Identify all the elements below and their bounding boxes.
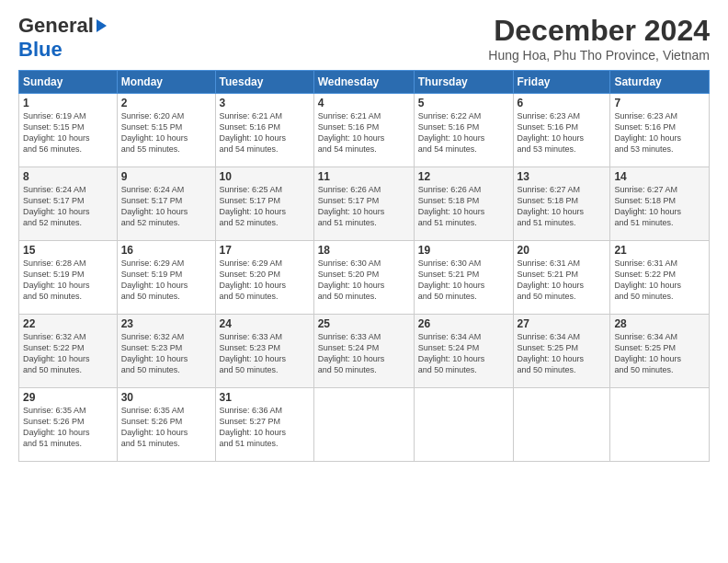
calendar-cell: 10Sunrise: 6:25 AM Sunset: 5:17 PM Dayli… [215, 167, 313, 241]
day-info: Sunrise: 6:32 AM Sunset: 5:23 PM Dayligh… [121, 331, 211, 376]
day-number: 21 [614, 244, 705, 257]
day-info: Sunrise: 6:30 AM Sunset: 5:20 PM Dayligh… [318, 258, 410, 303]
day-info: Sunrise: 6:26 AM Sunset: 5:18 PM Dayligh… [418, 184, 509, 229]
calendar-cell: 12Sunrise: 6:26 AM Sunset: 5:18 PM Dayli… [414, 167, 513, 241]
calendar-cell: 7Sunrise: 6:23 AM Sunset: 5:16 PM Daylig… [610, 94, 710, 167]
calendar-cell: 4Sunrise: 6:21 AM Sunset: 5:16 PM Daylig… [313, 94, 414, 167]
day-info: Sunrise: 6:32 AM Sunset: 5:22 PM Dayligh… [23, 331, 113, 376]
day-number: 28 [614, 317, 705, 330]
day-number: 25 [318, 317, 410, 330]
day-number: 22 [23, 317, 113, 330]
calendar-cell: 1Sunrise: 6:19 AM Sunset: 5:15 PM Daylig… [19, 94, 118, 167]
day-info: Sunrise: 6:24 AM Sunset: 5:17 PM Dayligh… [23, 184, 113, 229]
day-info: Sunrise: 6:29 AM Sunset: 5:19 PM Dayligh… [121, 258, 211, 303]
day-info: Sunrise: 6:36 AM Sunset: 5:27 PM Dayligh… [220, 405, 310, 450]
calendar-title: December 2024 [488, 14, 710, 48]
calendar-cell [313, 388, 414, 462]
day-number: 20 [518, 244, 607, 257]
page-container: General Blue December 2024 Hung Hoa, Phu… [0, 0, 728, 471]
day-info: Sunrise: 6:19 AM Sunset: 5:15 PM Dayligh… [23, 110, 113, 155]
calendar-cell: 28Sunrise: 6:34 AM Sunset: 5:25 PM Dayli… [610, 315, 710, 388]
calendar-cell: 31Sunrise: 6:36 AM Sunset: 5:27 PM Dayli… [215, 388, 313, 462]
logo-arrow-icon [97, 19, 107, 32]
calendar-cell: 16Sunrise: 6:29 AM Sunset: 5:19 PM Dayli… [117, 241, 215, 315]
day-info: Sunrise: 6:29 AM Sunset: 5:20 PM Dayligh… [220, 258, 310, 303]
calendar-cell: 27Sunrise: 6:34 AM Sunset: 5:25 PM Dayli… [513, 315, 610, 388]
day-number: 15 [23, 244, 113, 257]
day-info: Sunrise: 6:20 AM Sunset: 5:15 PM Dayligh… [121, 110, 211, 155]
day-info: Sunrise: 6:21 AM Sunset: 5:16 PM Dayligh… [220, 110, 310, 155]
calendar-cell: 29Sunrise: 6:35 AM Sunset: 5:26 PM Dayli… [19, 388, 118, 462]
day-number: 30 [121, 391, 211, 404]
calendar-cell: 3Sunrise: 6:21 AM Sunset: 5:16 PM Daylig… [215, 94, 313, 167]
day-info: Sunrise: 6:22 AM Sunset: 5:16 PM Dayligh… [418, 110, 509, 155]
col-friday: Friday [513, 71, 610, 94]
calendar-cell: 8Sunrise: 6:24 AM Sunset: 5:17 PM Daylig… [19, 167, 118, 241]
day-info: Sunrise: 6:25 AM Sunset: 5:17 PM Dayligh… [220, 184, 310, 229]
col-sunday: Sunday [19, 71, 118, 94]
day-number: 11 [318, 170, 410, 183]
day-number: 10 [220, 170, 310, 183]
logo-text-blue: Blue [18, 38, 63, 62]
day-number: 31 [220, 391, 310, 404]
day-number: 23 [121, 317, 211, 330]
day-info: Sunrise: 6:35 AM Sunset: 5:26 PM Dayligh… [23, 405, 113, 450]
calendar-cell: 18Sunrise: 6:30 AM Sunset: 5:20 PM Dayli… [313, 241, 414, 315]
calendar-cell: 19Sunrise: 6:30 AM Sunset: 5:21 PM Dayli… [414, 241, 513, 315]
day-number: 7 [614, 97, 705, 109]
col-monday: Monday [117, 71, 215, 94]
day-number: 5 [418, 97, 509, 109]
day-number: 13 [518, 170, 607, 183]
calendar-cell: 15Sunrise: 6:28 AM Sunset: 5:19 PM Dayli… [19, 241, 118, 315]
day-info: Sunrise: 6:31 AM Sunset: 5:22 PM Dayligh… [614, 258, 705, 303]
calendar-cell: 26Sunrise: 6:34 AM Sunset: 5:24 PM Dayli… [414, 315, 513, 388]
day-number: 16 [121, 244, 211, 257]
day-info: Sunrise: 6:23 AM Sunset: 5:16 PM Dayligh… [518, 110, 607, 155]
day-info: Sunrise: 6:28 AM Sunset: 5:19 PM Dayligh… [23, 258, 113, 303]
day-info: Sunrise: 6:27 AM Sunset: 5:18 PM Dayligh… [614, 184, 705, 229]
day-number: 2 [121, 97, 211, 109]
day-number: 27 [518, 317, 607, 330]
calendar-cell: 14Sunrise: 6:27 AM Sunset: 5:18 PM Dayli… [610, 167, 710, 241]
calendar-cell: 20Sunrise: 6:31 AM Sunset: 5:21 PM Dayli… [513, 241, 610, 315]
logo-text-general: General [18, 14, 94, 38]
col-wednesday: Wednesday [313, 71, 414, 94]
day-info: Sunrise: 6:30 AM Sunset: 5:21 PM Dayligh… [418, 258, 509, 303]
col-thursday: Thursday [414, 71, 513, 94]
day-number: 9 [121, 170, 211, 183]
day-info: Sunrise: 6:21 AM Sunset: 5:16 PM Dayligh… [318, 110, 410, 155]
day-info: Sunrise: 6:24 AM Sunset: 5:17 PM Dayligh… [121, 184, 211, 229]
calendar-cell [610, 388, 710, 462]
day-info: Sunrise: 6:34 AM Sunset: 5:24 PM Dayligh… [418, 331, 509, 376]
calendar-cell: 30Sunrise: 6:35 AM Sunset: 5:26 PM Dayli… [117, 388, 215, 462]
calendar-cell: 2Sunrise: 6:20 AM Sunset: 5:15 PM Daylig… [117, 94, 215, 167]
day-info: Sunrise: 6:33 AM Sunset: 5:23 PM Dayligh… [220, 331, 310, 376]
day-number: 14 [614, 170, 705, 183]
calendar-cell: 25Sunrise: 6:33 AM Sunset: 5:24 PM Dayli… [313, 315, 414, 388]
day-number: 17 [220, 244, 310, 257]
day-info: Sunrise: 6:26 AM Sunset: 5:17 PM Dayligh… [318, 184, 410, 229]
calendar-cell: 11Sunrise: 6:26 AM Sunset: 5:17 PM Dayli… [313, 167, 414, 241]
calendar-cell: 23Sunrise: 6:32 AM Sunset: 5:23 PM Dayli… [117, 315, 215, 388]
calendar-cell: 21Sunrise: 6:31 AM Sunset: 5:22 PM Dayli… [610, 241, 710, 315]
calendar-table: Sunday Monday Tuesday Wednesday Thursday… [18, 70, 710, 462]
header: General Blue December 2024 Hung Hoa, Phu… [18, 14, 710, 63]
calendar-cell [414, 388, 513, 462]
day-info: Sunrise: 6:23 AM Sunset: 5:16 PM Dayligh… [614, 110, 705, 155]
col-tuesday: Tuesday [215, 71, 313, 94]
logo: General Blue [18, 14, 107, 62]
day-number: 6 [518, 97, 607, 109]
day-number: 19 [418, 244, 509, 257]
day-number: 4 [318, 97, 410, 109]
calendar-cell [513, 388, 610, 462]
calendar-cell: 17Sunrise: 6:29 AM Sunset: 5:20 PM Dayli… [215, 241, 313, 315]
day-number: 8 [23, 170, 113, 183]
calendar-cell: 13Sunrise: 6:27 AM Sunset: 5:18 PM Dayli… [513, 167, 610, 241]
title-block: December 2024 Hung Hoa, Phu Tho Province… [488, 14, 710, 63]
calendar-cell: 5Sunrise: 6:22 AM Sunset: 5:16 PM Daylig… [414, 94, 513, 167]
day-info: Sunrise: 6:27 AM Sunset: 5:18 PM Dayligh… [518, 184, 607, 229]
calendar-cell: 24Sunrise: 6:33 AM Sunset: 5:23 PM Dayli… [215, 315, 313, 388]
calendar-cell: 22Sunrise: 6:32 AM Sunset: 5:22 PM Dayli… [19, 315, 118, 388]
day-number: 29 [23, 391, 113, 404]
day-number: 3 [220, 97, 310, 109]
